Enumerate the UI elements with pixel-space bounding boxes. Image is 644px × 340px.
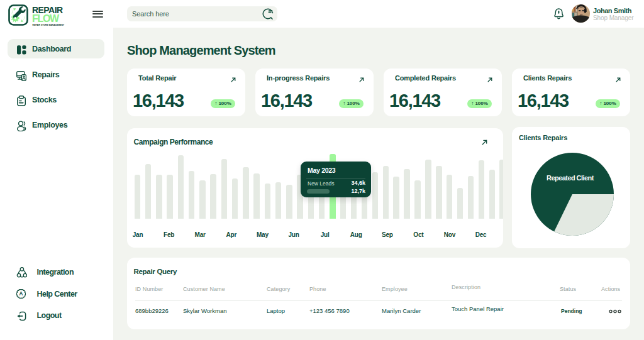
- svg-text:A: A: [19, 291, 23, 297]
